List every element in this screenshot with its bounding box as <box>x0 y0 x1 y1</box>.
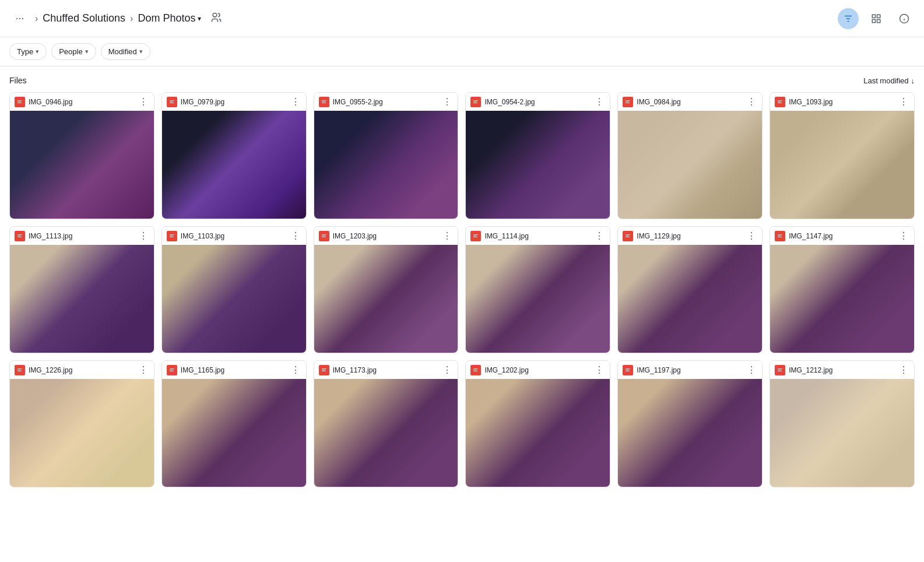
photo-thumbnail <box>618 379 762 487</box>
svg-rect-20 <box>322 100 326 101</box>
thumb-background <box>314 379 458 487</box>
photo-card[interactable]: IMG_0955-2.jpg ⋮ <box>314 92 459 219</box>
svg-rect-65 <box>170 370 173 370</box>
photo-more-button[interactable]: ⋮ <box>746 230 757 241</box>
breadcrumb-chuffed[interactable]: Chuffed Solutions <box>43 12 125 24</box>
photo-card-header: IMG_1103.jpg ⋮ <box>162 227 306 245</box>
photo-card[interactable]: IMG_1165.jpg ⋮ <box>161 360 307 487</box>
photo-card[interactable]: IMG_1203.jpg ⋮ <box>314 226 459 353</box>
thumb-background <box>314 111 458 219</box>
svg-rect-50 <box>473 237 477 237</box>
thumb-background <box>466 379 610 487</box>
photo-file-icon <box>15 365 25 375</box>
list-view-button[interactable] <box>866 8 887 29</box>
svg-rect-52 <box>626 234 630 235</box>
photo-thumbnail <box>10 111 154 219</box>
photo-more-button[interactable]: ⋮ <box>441 96 453 107</box>
photo-file-icon <box>775 231 785 241</box>
svg-rect-28 <box>626 100 630 101</box>
photo-more-button[interactable]: ⋮ <box>898 230 909 241</box>
svg-rect-77 <box>626 370 629 370</box>
photo-card-title: IMG_1165.jpg <box>167 365 224 375</box>
breadcrumb-dom-photos[interactable]: Dom Photos ▾ <box>138 12 201 24</box>
photo-card-header: IMG_0979.jpg ⋮ <box>162 93 306 111</box>
photo-card-header: IMG_0984.jpg ⋮ <box>618 93 762 111</box>
sort-control[interactable]: Last modified ↓ <box>863 76 915 85</box>
photo-more-button[interactable]: ⋮ <box>746 96 757 107</box>
photo-filename: IMG_1226.jpg <box>29 366 72 374</box>
photo-file-icon <box>470 231 481 241</box>
photo-file-icon <box>470 365 481 375</box>
svg-rect-26 <box>473 103 477 103</box>
photo-more-button[interactable]: ⋮ <box>441 364 453 375</box>
type-filter-chip[interactable]: Type ▾ <box>9 43 47 60</box>
photo-card-title: IMG_1114.jpg <box>470 231 528 241</box>
photo-card-title: IMG_0979.jpg <box>167 97 224 107</box>
photo-card[interactable]: IMG_1113.jpg ⋮ <box>9 226 154 353</box>
topbar-left: ··· › Chuffed Solutions › Dom Photos ▾ <box>9 8 222 29</box>
photo-more-button[interactable]: ⋮ <box>898 96 909 107</box>
svg-rect-66 <box>170 371 174 371</box>
photo-card[interactable]: IMG_0984.jpg ⋮ <box>617 92 763 219</box>
photo-card[interactable]: IMG_0946.jpg ⋮ <box>9 92 154 219</box>
thumb-background <box>618 245 762 353</box>
modified-filter-chip[interactable]: Modified ▾ <box>101 43 150 60</box>
photo-card[interactable]: IMG_0954-2.jpg ⋮ <box>465 92 610 219</box>
photo-more-button[interactable]: ⋮ <box>593 96 605 107</box>
photo-more-button[interactable]: ⋮ <box>290 364 301 375</box>
people-filter-chip[interactable]: People ▾ <box>51 43 96 60</box>
dots-menu-button[interactable]: ··· <box>9 8 30 29</box>
thumb-background <box>618 379 762 487</box>
photo-card[interactable]: IMG_1212.jpg ⋮ <box>770 360 915 487</box>
photo-more-button[interactable]: ⋮ <box>138 96 149 107</box>
photo-filename: IMG_0955-2.jpg <box>333 98 383 106</box>
photo-card-title: IMG_1226.jpg <box>15 365 72 375</box>
thumb-background <box>314 245 458 353</box>
photo-card[interactable]: IMG_1093.jpg ⋮ <box>770 92 915 219</box>
photo-card[interactable]: IMG_1129.jpg ⋮ <box>617 226 763 353</box>
photo-card[interactable]: IMG_1147.jpg ⋮ <box>770 226 915 353</box>
photo-more-button[interactable]: ⋮ <box>441 230 453 241</box>
svg-rect-44 <box>322 234 326 235</box>
photo-card-title: IMG_1173.jpg <box>319 365 377 375</box>
photo-thumbnail <box>466 379 610 487</box>
photo-filename: IMG_0979.jpg <box>181 98 224 106</box>
photo-more-button[interactable]: ⋮ <box>898 364 909 375</box>
info-button[interactable] <box>894 8 915 29</box>
photo-more-button[interactable]: ⋮ <box>290 230 301 241</box>
photo-more-button[interactable]: ⋮ <box>593 364 605 375</box>
photo-card[interactable]: IMG_1202.jpg ⋮ <box>465 360 610 487</box>
photo-card[interactable]: IMG_0979.jpg ⋮ <box>161 92 307 219</box>
thumb-background <box>466 245 610 353</box>
svg-rect-57 <box>778 236 781 236</box>
photo-card[interactable]: IMG_1173.jpg ⋮ <box>314 360 459 487</box>
photo-filename: IMG_1203.jpg <box>333 232 377 240</box>
people-icon <box>210 12 222 25</box>
photo-more-button[interactable]: ⋮ <box>746 364 757 375</box>
photo-file-icon <box>167 97 177 107</box>
photo-more-button[interactable]: ⋮ <box>138 364 149 375</box>
photo-thumbnail <box>466 111 610 219</box>
photo-thumbnail <box>314 111 458 219</box>
svg-rect-72 <box>473 368 478 369</box>
photo-thumbnail <box>770 111 914 219</box>
svg-rect-74 <box>473 371 477 371</box>
svg-rect-5 <box>877 15 880 17</box>
photo-more-button[interactable]: ⋮ <box>290 96 301 107</box>
photo-thumbnail <box>162 379 306 487</box>
filter-active-button[interactable] <box>838 8 859 29</box>
svg-rect-73 <box>473 370 477 370</box>
photo-more-button[interactable]: ⋮ <box>138 230 149 241</box>
svg-rect-22 <box>322 103 326 103</box>
photo-card[interactable]: IMG_1197.jpg ⋮ <box>617 360 763 487</box>
photo-card-title: IMG_1203.jpg <box>319 231 377 241</box>
photo-file-icon <box>15 97 25 107</box>
svg-rect-68 <box>322 368 326 369</box>
photo-card[interactable]: IMG_1226.jpg ⋮ <box>9 360 154 487</box>
photo-card[interactable]: IMG_1103.jpg ⋮ <box>161 226 307 353</box>
photo-card-header: IMG_1129.jpg ⋮ <box>618 227 762 245</box>
photo-card-header: IMG_1114.jpg ⋮ <box>466 227 610 245</box>
photo-card[interactable]: IMG_1114.jpg ⋮ <box>465 226 610 353</box>
photo-card-header: IMG_1202.jpg ⋮ <box>466 361 610 379</box>
photo-more-button[interactable]: ⋮ <box>593 230 605 241</box>
